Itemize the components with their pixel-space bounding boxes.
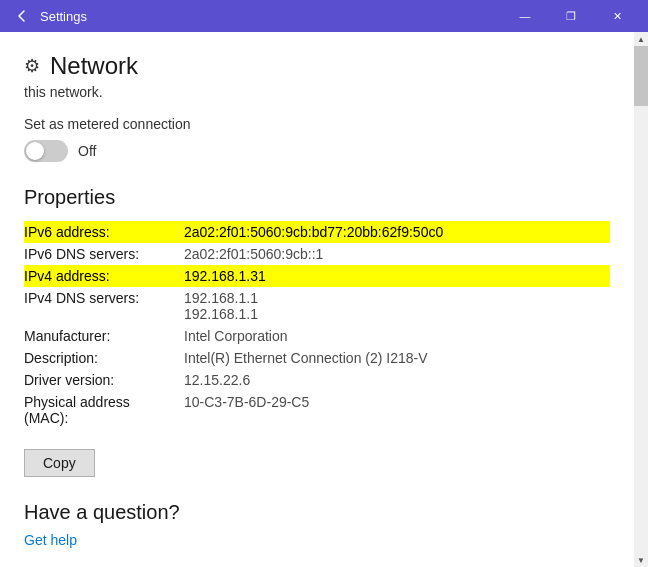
property-label: IPv6 DNS servers: xyxy=(24,243,184,265)
metered-toggle-row: Off xyxy=(24,140,610,162)
scrollbar-thumb[interactable] xyxy=(634,46,648,106)
property-label: IPv4 address: xyxy=(24,265,184,287)
toggle-state-label: Off xyxy=(78,143,96,159)
copy-button[interactable]: Copy xyxy=(24,449,95,477)
scrollbar-track: ▲ ▼ xyxy=(634,32,648,567)
back-button[interactable] xyxy=(8,2,36,30)
scrollbar-arrow-down[interactable]: ▼ xyxy=(634,553,648,567)
page-header: ⚙ Network xyxy=(24,52,610,80)
scrollbar-arrow-up[interactable]: ▲ xyxy=(634,32,648,46)
property-value: 192.168.1.1192.168.1.1 xyxy=(184,287,610,325)
toggle-knob xyxy=(26,142,44,160)
property-value: 12.15.22.6 xyxy=(184,369,610,391)
property-value: Intel Corporation xyxy=(184,325,610,347)
property-label: Physical address (MAC): xyxy=(24,391,184,429)
property-label: IPv6 address: xyxy=(24,221,184,243)
property-value: 2a02:2f01:5060:9cb:bd77:20bb:62f9:50c0 xyxy=(184,221,610,243)
property-label: Driver version: xyxy=(24,369,184,391)
main-container: ⚙ Network this network. Set as metered c… xyxy=(0,32,648,567)
property-value: Intel(R) Ethernet Connection (2) I218-V xyxy=(184,347,610,369)
title-bar: Settings — ❐ ✕ xyxy=(0,0,648,32)
property-label: Description: xyxy=(24,347,184,369)
restore-button[interactable]: ❐ xyxy=(548,0,594,32)
property-value: 10-C3-7B-6D-29-C5 xyxy=(184,391,610,429)
property-label: IPv4 DNS servers: xyxy=(24,287,184,325)
page-title: Network xyxy=(50,52,138,80)
property-value: 192.168.1.31 xyxy=(184,265,610,287)
properties-table: IPv6 address:2a02:2f01:5060:9cb:bd77:20b… xyxy=(24,221,610,429)
metered-toggle[interactable] xyxy=(24,140,68,162)
close-button[interactable]: ✕ xyxy=(594,0,640,32)
window-title: Settings xyxy=(40,9,502,24)
gear-icon: ⚙ xyxy=(24,55,40,77)
metered-label: Set as metered connection xyxy=(24,116,610,132)
property-label: Manufacturer: xyxy=(24,325,184,347)
get-help-link[interactable]: Get help xyxy=(24,532,77,548)
minimize-button[interactable]: — xyxy=(502,0,548,32)
page-subtitle: this network. xyxy=(24,84,610,100)
question-title: Have a question? xyxy=(24,501,610,524)
content-area: ⚙ Network this network. Set as metered c… xyxy=(0,32,634,567)
properties-title: Properties xyxy=(24,186,610,209)
window-controls: — ❐ ✕ xyxy=(502,0,640,32)
property-value: 2a02:2f01:5060:9cb::1 xyxy=(184,243,610,265)
